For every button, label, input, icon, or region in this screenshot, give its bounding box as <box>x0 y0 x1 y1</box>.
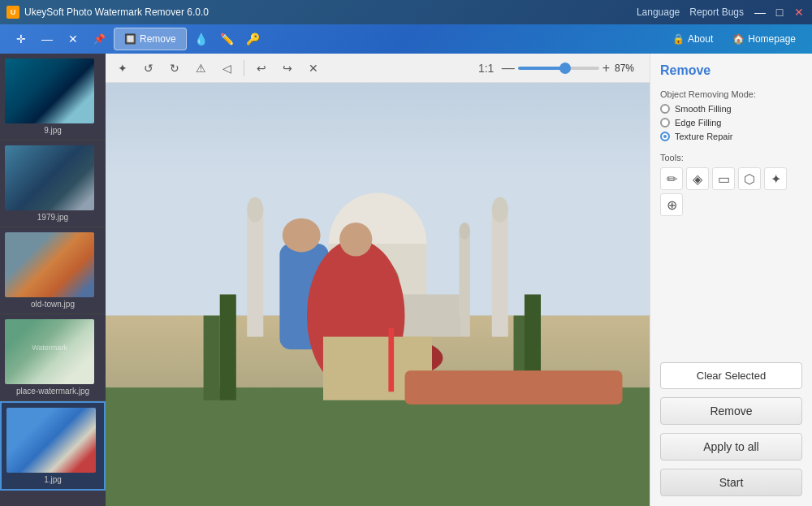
clear-selected-button[interactable]: Clear Selected <box>660 362 802 389</box>
zoom-minus-icon[interactable]: — <box>502 61 515 76</box>
texture-label: Texture Repair <box>675 132 733 141</box>
edge-filling-option[interactable]: Edge Filling <box>660 118 802 128</box>
title-bar-right: Language Report Bugs — □ ✕ <box>637 6 806 19</box>
edge-label: Edge Filling <box>675 118 721 128</box>
main-toolbar: ✛ — ✕ 📌 🔲 Remove 💧 ✏️ 🔑 🔒 About 🏠 Homepa… <box>0 24 812 54</box>
apply-to-all-button[interactable]: Apply to all <box>660 433 802 461</box>
right-panel: Remove Object Removing Mode: Smooth Fill… <box>650 54 812 506</box>
tools-section: Tools: ✏ ◈ ▭ ⬡ ✦ ⊕ <box>660 153 802 216</box>
window-controls: — □ ✕ <box>754 6 806 19</box>
svg-point-16 <box>283 218 321 253</box>
svg-point-18 <box>339 223 372 257</box>
removing-mode-section: Object Removing Mode: Smooth Filling Edg… <box>660 89 802 145</box>
svg-rect-23 <box>220 295 236 400</box>
language-link[interactable]: Language <box>637 6 680 18</box>
fill-button[interactable]: 💧 <box>190 28 213 50</box>
texture-radio[interactable] <box>660 132 670 141</box>
minus-button[interactable]: — <box>36 28 58 50</box>
homepage-button[interactable]: 🏠 Homepage <box>726 31 802 47</box>
app-title: UkeySoft Photo Watermark Remover 6.0.0 <box>24 6 209 18</box>
smooth-filling-option[interactable]: Smooth Filling <box>660 104 802 114</box>
panel-title: Remove <box>660 63 802 78</box>
spacer <box>660 224 802 354</box>
lock-icon: 🔒 <box>672 33 685 45</box>
crosshair-tool[interactable]: ⊕ <box>660 193 683 216</box>
close-tool[interactable]: ✕ <box>303 58 324 79</box>
minimize-button[interactable]: — <box>754 6 767 19</box>
about-button[interactable]: 🔒 About <box>666 31 719 47</box>
zoom-slider-container: — + <box>502 61 610 76</box>
redo-tool[interactable]: ↪ <box>277 58 298 79</box>
poly-tool[interactable]: ⬡ <box>738 167 761 190</box>
tools-row: ✏ ◈ ▭ ⬡ ✦ ⊕ <box>660 167 802 216</box>
zoom-plus-icon[interactable]: + <box>603 61 610 76</box>
toolbar-right: 🔒 About 🏠 Homepage <box>666 31 802 47</box>
list-item[interactable]: Watermark place-watermark.jpg <box>0 314 106 401</box>
sidebar-scroll[interactable]: 9.jpg 1979.jpg old-town.jpg Watermark pl… <box>0 54 106 506</box>
brush-tool[interactable]: ✏ <box>660 167 683 190</box>
main-image-area: ✦ ↺ ↻ ⚠ ◁ ↩ ↪ ✕ 1:1 — + 87% <box>106 54 650 506</box>
thumbnail-image: Watermark <box>5 319 94 384</box>
zoom-slider[interactable] <box>518 67 599 70</box>
svg-rect-26 <box>405 370 623 404</box>
texture-repair-option[interactable]: Texture Repair <box>660 132 802 141</box>
svg-rect-7 <box>492 210 508 336</box>
thumbnail-image <box>5 58 94 123</box>
list-item[interactable]: 9.jpg <box>0 54 106 141</box>
svg-point-6 <box>247 197 263 223</box>
smooth-radio[interactable] <box>660 104 670 114</box>
thumbnail-label: old-town.jpg <box>5 300 101 309</box>
content-area: 9.jpg 1979.jpg old-town.jpg Watermark pl… <box>0 54 812 506</box>
undo-tool[interactable]: ↩ <box>251 58 272 79</box>
close-button[interactable]: ✕ <box>793 6 806 19</box>
list-item[interactable]: 1.jpg <box>0 401 106 491</box>
flip-v-tool[interactable]: ◁ <box>216 58 237 79</box>
edge-radio[interactable] <box>660 118 670 128</box>
thumbnail-label: 1979.jpg <box>5 213 101 222</box>
remove-button[interactable]: Remove <box>660 397 802 425</box>
removing-mode-label: Object Removing Mode: <box>660 89 802 99</box>
eraser-tool[interactable]: ◈ <box>686 167 709 190</box>
svg-rect-22 <box>204 316 220 400</box>
thumbnail-image <box>6 408 96 473</box>
radio-group: Smooth Filling Edge Filling Texture Repa… <box>660 104 802 141</box>
thumbnail-label: 1.jpg <box>6 475 99 484</box>
add-button[interactable]: ✛ <box>10 28 32 50</box>
zoom-control: 1:1 — + 87% <box>476 58 643 79</box>
svg-rect-27 <box>388 328 394 391</box>
svg-rect-20 <box>106 387 650 506</box>
title-bar-left: U UkeySoft Photo Watermark Remover 6.0.0 <box>6 6 209 19</box>
sidebar: 9.jpg 1979.jpg old-town.jpg Watermark pl… <box>0 54 106 506</box>
zoom-value: 87% <box>615 63 643 74</box>
report-bugs-link[interactable]: Report Bugs <box>689 6 744 18</box>
flip-h-tool[interactable]: ⚠ <box>190 58 211 79</box>
key-button[interactable]: 🔑 <box>242 28 265 50</box>
toolbar-left: ✛ — ✕ 📌 🔲 Remove 💧 ✏️ 🔑 <box>10 28 265 50</box>
pen-button[interactable]: ✏️ <box>216 28 239 50</box>
rect-tool[interactable]: ▭ <box>712 167 735 190</box>
close-tab-button[interactable]: ✕ <box>62 28 84 50</box>
image-canvas[interactable] <box>106 83 650 506</box>
thumbnail-label: 9.jpg <box>5 126 101 135</box>
list-item[interactable]: old-town.jpg <box>0 227 106 314</box>
image-toolbar: ✦ ↺ ↻ ⚠ ◁ ↩ ↪ ✕ 1:1 — + 87% <box>106 54 650 83</box>
separator <box>244 60 244 76</box>
wand-tool[interactable]: ✦ <box>764 167 787 190</box>
app-logo: U <box>6 6 19 19</box>
remove-tab-icon: 🔲 <box>124 33 136 45</box>
list-item[interactable]: 1979.jpg <box>0 141 106 227</box>
thumbnail-image <box>5 145 94 210</box>
tab-remove[interactable]: 🔲 Remove <box>114 28 187 50</box>
title-bar-links: Language Report Bugs <box>637 6 744 18</box>
maximize-button[interactable]: □ <box>773 6 786 19</box>
svg-rect-11 <box>460 231 470 336</box>
pin-button[interactable]: 📌 <box>88 28 110 50</box>
fit-zoom-button[interactable]: 1:1 <box>476 58 497 79</box>
rotate-ccw-tool[interactable]: ↺ <box>138 58 159 79</box>
start-button[interactable]: Start <box>660 469 802 496</box>
home-icon: 🏠 <box>732 33 745 45</box>
remove-tab-label: Remove <box>140 33 176 45</box>
rotate-cw-tool[interactable]: ↻ <box>164 58 185 79</box>
pattern-tool[interactable]: ✦ <box>112 58 133 79</box>
thumbnail-image <box>5 232 94 297</box>
